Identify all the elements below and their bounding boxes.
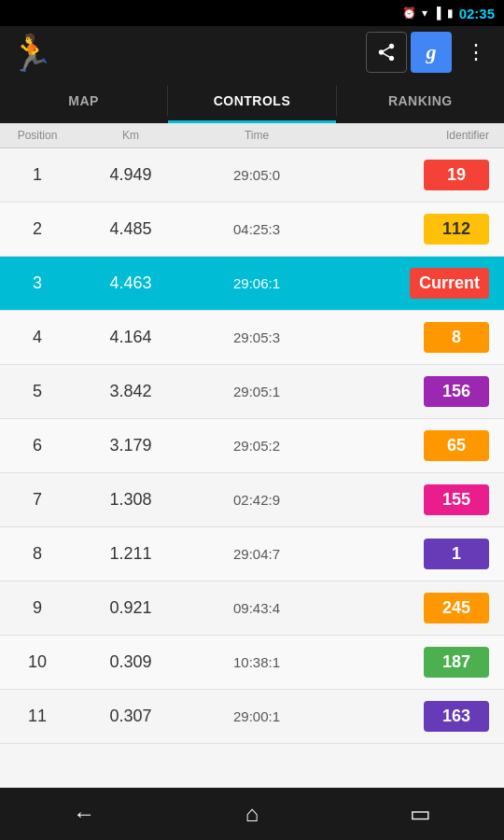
tab-ranking[interactable]: RANKING [337,78,504,123]
cell-identifier: 112 [327,214,504,245]
table-row[interactable]: 3 4.463 29:06:1 Current [0,257,504,311]
identifier-badge: 156 [424,376,489,407]
ranking-table: 1 4.949 29:05:0 19 2 4.485 04:25:3 112 3… [0,148,504,788]
status-time: 02:35 [459,6,495,21]
cell-time: 29:05:0 [187,167,327,183]
cell-km: 4.463 [75,273,187,293]
cell-position: 3 [0,273,75,293]
cell-time: 09:43:4 [187,600,327,616]
wifi-icon: ▾ [422,7,427,20]
share-button[interactable] [366,32,407,73]
share-icon [376,42,397,63]
header-km: Km [75,129,187,142]
cell-position: 5 [0,382,75,401]
cell-km: 4.164 [75,328,187,347]
cell-time: 10:38:1 [187,654,327,670]
back-button[interactable]: ← [56,793,112,834]
cell-time: 29:05:3 [187,329,327,345]
identifier-badge: Current [410,268,489,299]
cell-time: 29:05:2 [187,438,327,454]
table-row[interactable]: 10 0.309 10:38:1 187 [0,636,504,690]
google-button[interactable]: g [411,32,452,73]
home-button[interactable]: ⌂ [224,793,280,834]
recents-icon: ▭ [410,801,431,827]
more-icon: ⋮ [466,40,487,64]
google-icon: g [427,40,437,64]
cell-km: 3.179 [75,436,187,455]
more-button[interactable]: ⋮ [455,32,497,73]
cell-identifier: 156 [327,376,504,407]
cell-km: 4.485 [75,219,187,239]
cell-time: 29:05:1 [187,384,327,399]
table-row[interactable]: 8 1.211 29:04:7 1 [0,527,504,581]
cell-position: 10 [0,652,75,672]
cell-km: 0.309 [75,652,187,672]
recents-button[interactable]: ▭ [392,793,448,834]
cell-time: 29:04:7 [187,546,327,562]
table-row[interactable]: 7 1.308 02:42:9 155 [0,473,504,527]
cell-km: 1.308 [75,490,187,510]
cell-identifier: 8 [327,322,504,353]
cell-position: 2 [0,219,75,239]
battery-icon: ▮ [447,7,454,20]
cell-identifier: 1 [327,539,504,569]
cell-time: 04:25:3 [187,221,327,237]
table-row[interactable]: 1 4.949 29:05:0 19 [0,148,504,203]
cell-identifier: 155 [327,484,504,515]
table-row[interactable]: 2 4.485 04:25:3 112 [0,203,504,257]
cell-km: 1.211 [75,544,187,564]
tab-bar: MAP CONTROLS RANKING [0,78,504,123]
cell-identifier: 245 [327,593,504,623]
cell-identifier: 19 [327,160,504,190]
svg-text:🏃: 🏃 [9,33,54,72]
identifier-badge: 8 [424,322,489,353]
home-icon: ⌂ [245,801,259,827]
header-identifier: Identifier [327,129,504,142]
header-position: Position [0,129,75,142]
cell-time: 29:00:1 [187,708,327,724]
table-row[interactable]: 11 0.307 29:00:1 163 [0,690,504,744]
cell-km: 3.842 [75,382,187,401]
cell-position: 9 [0,598,75,618]
logo-icon: 🏃 [7,33,54,72]
nav-actions: g ⋮ [366,32,497,73]
app-logo: 🏃 [7,33,366,72]
cell-identifier: Current [327,268,504,299]
cell-km: 0.307 [75,707,187,726]
cell-position: 4 [0,328,75,347]
tab-controls[interactable]: CONTROLS [168,78,335,123]
top-nav: 🏃 g ⋮ [0,26,504,78]
identifier-badge: 1 [424,539,489,569]
cell-position: 8 [0,544,75,564]
cell-km: 4.949 [75,165,187,185]
table-row[interactable]: 5 3.842 29:05:1 156 [0,365,504,419]
identifier-badge: 19 [424,160,489,190]
table-row[interactable]: 6 3.179 29:05:2 65 [0,419,504,473]
tab-map[interactable]: MAP [0,78,167,123]
cell-identifier: 163 [327,701,504,732]
status-bar: ⏰ ▾ ▐ ▮ 02:35 [0,0,504,26]
identifier-badge: 65 [424,430,489,461]
cell-time: 02:42:9 [187,492,327,508]
table-header: Position Km Time Identifier [0,123,504,148]
table-row[interactable]: 4 4.164 29:05:3 8 [0,311,504,365]
identifier-badge: 112 [424,214,489,245]
cell-identifier: 187 [327,647,504,678]
identifier-badge: 163 [424,701,489,732]
identifier-badge: 155 [424,484,489,515]
cell-time: 29:06:1 [187,275,327,291]
alarm-icon: ⏰ [402,7,416,20]
bottom-nav: ← ⌂ ▭ [0,788,504,840]
header-time: Time [187,129,327,142]
identifier-badge: 187 [424,647,489,678]
cell-position: 7 [0,490,75,510]
table-row[interactable]: 9 0.921 09:43:4 245 [0,581,504,636]
signal-icon: ▐ [433,7,441,20]
cell-position: 11 [0,707,75,726]
back-icon: ← [73,801,95,827]
cell-identifier: 65 [327,430,504,461]
cell-position: 6 [0,436,75,455]
identifier-badge: 245 [424,593,489,623]
cell-position: 1 [0,165,75,185]
cell-km: 0.921 [75,598,187,618]
